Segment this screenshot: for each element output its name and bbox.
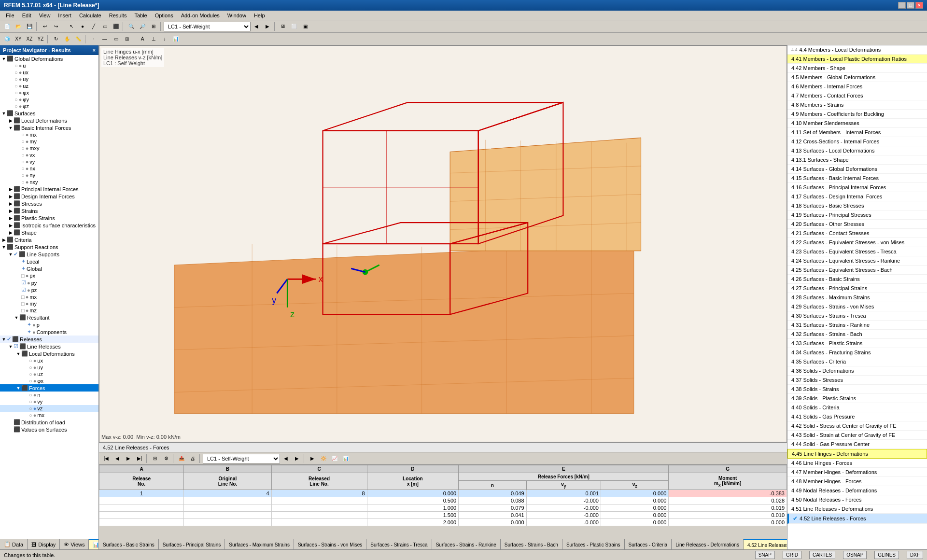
tab-tresca-strains[interactable]: Surfaces - Strains - Tresca: [366, 539, 432, 549]
zoom-out-button[interactable]: 🔎: [137, 22, 148, 31]
tree-ny[interactable]: ○● ny: [0, 172, 98, 179]
right-4-11[interactable]: 4.11 Set of Members - Internal Forces: [787, 128, 927, 137]
right-4-49[interactable]: 4.49 Nodal Releases - Deformations: [787, 486, 927, 495]
menu-calculate[interactable]: Calculate: [75, 12, 105, 19]
tree-strains[interactable]: ▶ ⬛ Strains: [0, 207, 98, 214]
wireframe-button[interactable]: ⬜: [289, 22, 299, 31]
minimize-button[interactable]: _: [898, 2, 906, 9]
right-4-25[interactable]: 4.25 Surfaces - Equivalent Stresses - Ba…: [787, 266, 927, 275]
show-labels-button[interactable]: A: [137, 34, 148, 44]
tree-lr-uy[interactable]: ○● uy: [0, 364, 98, 371]
right-4-15[interactable]: 4.15 Surfaces - Basic Internal Forces: [787, 174, 927, 183]
expand-strains[interactable]: ▶: [8, 208, 14, 214]
tree-ls-local[interactable]: ✦ Local: [0, 258, 98, 265]
tree-support-reactions[interactable]: ▼ ⬛ Support Reactions: [0, 243, 98, 251]
right-4-28[interactable]: 4.28 Surfaces - Maximum Strains: [787, 293, 927, 302]
tree-line-releases[interactable]: ▼ ☑ ⬛ Line Releases: [0, 343, 98, 350]
menu-help[interactable]: Help: [250, 12, 269, 19]
surface-button[interactable]: ▭: [99, 22, 110, 31]
node-button[interactable]: ●: [77, 22, 88, 31]
tree-ls-px[interactable]: □● px: [0, 272, 98, 279]
open-button[interactable]: 📂: [13, 22, 24, 31]
menu-window[interactable]: Window: [224, 12, 250, 19]
right-4-21[interactable]: 4.21 Surfaces - Contact Stresses: [787, 229, 927, 238]
tab-bach-strains[interactable]: Surfaces - Strains - Bach: [501, 539, 562, 549]
right-4-27[interactable]: 4.27 Surfaces - Principal Strains: [787, 284, 927, 293]
right-4-13[interactable]: 4.13 Surfaces - Local Deformations: [787, 146, 927, 155]
right-4-36[interactable]: 4.36 Solids - Deformations: [787, 366, 927, 376]
tab-views[interactable]: 👁Views: [60, 539, 89, 549]
tab-rankine-strains[interactable]: Surfaces - Strains - Rankine: [432, 539, 501, 549]
expand-criteria[interactable]: ▶: [1, 237, 7, 243]
tree-principal-if[interactable]: ▶ ⬛ Principal Internal Forces: [0, 185, 98, 193]
show-results-button[interactable]: 📊: [170, 34, 181, 44]
tree-mxy[interactable]: ○● mxy: [0, 145, 98, 152]
right-4-29[interactable]: 4.29 Surfaces - Strains - von Mises: [787, 302, 927, 311]
dp-last-button[interactable]: ▶|: [134, 454, 145, 463]
tab-display[interactable]: 🖼Display: [28, 539, 60, 549]
expand-stresses[interactable]: ▶: [8, 201, 14, 207]
right-4-5[interactable]: 4.5 Members - Global Deformations: [787, 73, 927, 82]
right-4-30[interactable]: 4.30 Surfaces - Strains - Tresca: [787, 311, 927, 321]
right-4-19[interactable]: 4.19 Surfaces - Principal Stresses: [787, 210, 927, 220]
dp-export-button[interactable]: 📤: [176, 454, 187, 463]
right-4-12[interactable]: 4.12 Cross-Sections - Internal Forces: [787, 137, 927, 146]
tree-lr-n[interactable]: ○● n: [0, 392, 98, 398]
right-4-10[interactable]: 4.10 Member Slendernesses: [787, 119, 927, 128]
tree-line-supports[interactable]: ▼ ✔ ⬛ Line Supports: [0, 251, 98, 258]
tab-max-strains[interactable]: Surfaces - Maximum Strains: [225, 539, 294, 549]
status-snap[interactable]: SNAP: [755, 551, 775, 559]
tree-design-if[interactable]: ▶ ⬛ Design Internal Forces: [0, 193, 98, 200]
right-4-45[interactable]: 4.45 Line Hinges - Deformations: [787, 449, 927, 459]
next-lc-button[interactable]: ▶: [262, 22, 273, 31]
expand-resultant[interactable]: ▼: [14, 315, 19, 321]
expand-local-deform[interactable]: ▶: [8, 118, 14, 124]
dp-filter-button[interactable]: ⊟: [150, 454, 160, 463]
menu-results[interactable]: Results: [105, 12, 131, 19]
right-4-52[interactable]: ✔ 4.52 Line Releases - Forces: [787, 514, 927, 524]
dp-print-button[interactable]: 🖨: [187, 454, 198, 463]
tree-u[interactable]: ○● u: [0, 62, 98, 69]
redo-button[interactable]: ↪: [51, 22, 61, 31]
expand-line-releases[interactable]: ▼: [8, 344, 14, 350]
table-row[interactable]: 1.500 0.041 -0.000 0.000 0.010: [99, 512, 787, 519]
zoom-all-button[interactable]: ⊞: [148, 22, 159, 31]
right-4-39[interactable]: 4.39 Solids - Plastic Strains: [787, 394, 927, 403]
select-button[interactable]: ↖: [66, 22, 77, 31]
hidden-button[interactable]: ▣: [300, 22, 310, 31]
tab-principal-strains[interactable]: Surfaces - Principal Strains: [159, 539, 225, 549]
line-button[interactable]: ╱: [88, 22, 99, 31]
right-4-24[interactable]: 4.24 Surfaces - Equivalent Stresses - Ra…: [787, 256, 927, 266]
tree-uz[interactable]: ○● uz: [0, 83, 98, 89]
tree-phiy[interactable]: ○● φy: [0, 96, 98, 103]
right-4-41-local-plastic[interactable]: 4.41 Members - Local Plastic Deformation…: [787, 55, 927, 64]
tree-phix[interactable]: ○● φx: [0, 89, 98, 96]
dp-settings-button[interactable]: ⚙: [161, 454, 171, 463]
expand-surfaces[interactable]: ▼: [1, 111, 7, 116]
tab-lr-deformations[interactable]: Line Releases - Deformations: [672, 539, 744, 549]
maximize-button[interactable]: □: [907, 2, 914, 9]
right-4-43-solid[interactable]: 4.43 Solid - Strain at Center of Gravity…: [787, 431, 927, 440]
tree-my[interactable]: ○● my: [0, 138, 98, 145]
tree-ls-py[interactable]: ☑● py: [0, 279, 98, 286]
expand-principal-if[interactable]: ▶: [8, 186, 14, 192]
prev-lc-button[interactable]: ◀: [251, 22, 262, 31]
right-4-34[interactable]: 4.34 Surfaces - Fracturing Strains: [787, 348, 927, 357]
expand-basic-if[interactable]: ▼: [8, 125, 14, 131]
right-4-42-solid[interactable]: 4.42 Solid - Stress at Center of Gravity…: [787, 421, 927, 431]
tab-vonmises-strains[interactable]: Surfaces - Strains - von Mises: [294, 539, 366, 549]
menu-table[interactable]: Table: [130, 12, 151, 19]
right-4-38[interactable]: 4.38 Solids - Strains: [787, 385, 927, 394]
expand-lr-local-deform[interactable]: ▼: [15, 351, 21, 357]
tree-vx[interactable]: ○● vx: [0, 152, 98, 158]
expand-support-reactions[interactable]: ▼: [1, 244, 7, 250]
measure-button[interactable]: 📏: [73, 34, 84, 44]
tree-vy[interactable]: ○● vy: [0, 158, 98, 165]
tree-uy[interactable]: ○● uy: [0, 76, 98, 83]
right-4-14[interactable]: 4.14 Surfaces - Global Deformations: [787, 165, 927, 174]
right-4-16[interactable]: 4.16 Surfaces - Principal Internal Force…: [787, 183, 927, 192]
dp-prev-lc[interactable]: ◀: [281, 454, 291, 463]
tree-lr-ux[interactable]: ○● ux: [0, 357, 98, 364]
status-osnap[interactable]: OSNAP: [843, 551, 867, 559]
new-button[interactable]: 📄: [2, 22, 13, 31]
